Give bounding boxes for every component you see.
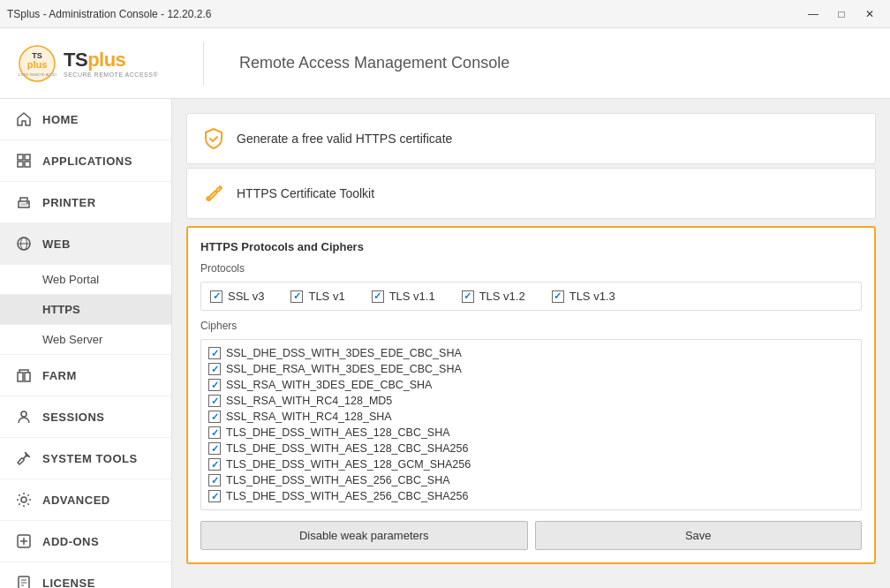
cipher-item-3[interactable]: SSL_RSA_WITH_3DES_EDE_CBC_SHA	[208, 377, 854, 393]
cipher-9-checkbox[interactable]	[208, 474, 221, 486]
sidebar-item-printer[interactable]: PRINTER	[0, 182, 171, 223]
ssl-v3-checkbox[interactable]	[210, 290, 222, 303]
tls-v11-label: TLS v1.1	[389, 290, 435, 303]
applications-icon	[14, 151, 34, 170]
protocol-tls-v11[interactable]: TLS v1.1	[372, 290, 435, 303]
content-area: Generate a free valid HTTPS certificate …	[172, 99, 890, 588]
home-icon	[14, 109, 34, 129]
tls-v12-label: TLS v1.2	[479, 290, 525, 303]
sidebar-label-applications: APPLICATIONS	[42, 155, 132, 168]
protocol-tls-v1[interactable]: TLS v1	[290, 290, 344, 303]
tls-v1-checkbox[interactable]	[290, 290, 303, 303]
cipher-10-checkbox[interactable]	[208, 490, 221, 502]
minimize-button[interactable]: —	[800, 4, 826, 24]
https-panel: HTTPS Protocols and Ciphers Protocols SS…	[186, 226, 876, 564]
ciphers-list[interactable]: SSL_DHE_DSS_WITH_3DES_EDE_CBC_SHA SSL_DH…	[201, 340, 861, 509]
cipher-item-4[interactable]: SSL_RSA_WITH_RC4_128_MD5	[208, 393, 854, 409]
logo-area: TS plus SECURE REMOTE ACCESS TS plus SEC…	[18, 44, 185, 83]
tsplus-logo-icon: TS plus SECURE REMOTE ACCESS	[18, 44, 57, 83]
sidebar-label-web-portal: Web Portal	[42, 273, 99, 286]
protocol-ssl-v3[interactable]: SSL v3	[210, 290, 264, 303]
logo-tagline: SECURE REMOTE ACCESS®	[64, 72, 158, 78]
advanced-icon	[14, 490, 34, 509]
cipher-10-label: TLS_DHE_DSS_WITH_AES_256_CBC_SHA256	[226, 490, 468, 502]
svg-text:plus: plus	[27, 59, 48, 70]
window-controls: — □ ✕	[800, 4, 883, 24]
tls-v13-checkbox[interactable]	[552, 290, 564, 303]
sidebar-item-applications[interactable]: APPLICATIONS	[0, 140, 171, 182]
header-divider	[203, 41, 204, 86]
cipher-7-checkbox[interactable]	[208, 442, 221, 455]
sidebar-item-home[interactable]: HOME	[0, 99, 171, 140]
shield-icon	[201, 126, 226, 151]
cipher-item-8[interactable]: TLS_DHE_DSS_WITH_AES_128_GCM_SHA256	[208, 456, 854, 472]
tls-v12-checkbox[interactable]	[462, 290, 474, 303]
cipher-1-label: SSL_DHE_DSS_WITH_3DES_EDE_CBC_SHA	[226, 347, 462, 359]
generate-cert-row[interactable]: Generate a free valid HTTPS certificate	[186, 113, 876, 164]
sidebar-label-https: HTTPS	[42, 303, 80, 316]
logo-ts: TS	[64, 49, 87, 72]
ciphers-container: SSL_DHE_DSS_WITH_3DES_EDE_CBC_SHA SSL_DH…	[200, 339, 862, 510]
sidebar-item-web[interactable]: WEB	[0, 223, 171, 265]
tls-v13-label: TLS v1.3	[569, 290, 615, 303]
cipher-item-10[interactable]: TLS_DHE_DSS_WITH_AES_256_CBC_SHA256	[208, 488, 854, 504]
sidebar-subitem-https[interactable]: HTTPS	[0, 295, 171, 325]
close-button[interactable]: ✕	[856, 4, 883, 24]
protocols-label: Protocols	[200, 262, 862, 275]
protocol-tls-v12[interactable]: TLS v1.2	[462, 290, 525, 303]
sidebar-item-advanced[interactable]: ADVANCED	[0, 479, 171, 521]
svg-rect-16	[25, 373, 30, 381]
maximize-button[interactable]: □	[828, 4, 855, 24]
addons-icon	[14, 531, 34, 551]
save-button[interactable]: Save	[535, 521, 863, 550]
svg-rect-15	[18, 373, 23, 381]
cipher-8-label: TLS_DHE_DSS_WITH_AES_128_GCM_SHA256	[226, 458, 471, 471]
cert-toolkit-row[interactable]: HTTPS Certificate Toolkit	[186, 168, 876, 219]
farm-icon	[14, 366, 34, 385]
cipher-5-label: SSL_RSA_WITH_RC4_128_SHA	[226, 411, 392, 423]
ciphers-label: Ciphers	[200, 320, 862, 332]
sidebar-label-sessions: SESSIONS	[42, 411, 104, 424]
cipher-item-1[interactable]: SSL_DHE_DSS_WITH_3DES_EDE_CBC_SHA	[208, 345, 854, 361]
window-title: TSplus - Administration Console - 12.20.…	[7, 8, 211, 20]
sidebar-item-farm[interactable]: FARM	[0, 355, 171, 396]
protocols-row: SSL v3 TLS v1 TLS v1.1 TLS v1.2 TLS v1.3	[200, 282, 862, 311]
cipher-1-checkbox[interactable]	[208, 347, 221, 359]
sidebar: HOME APPLICATIONS PRINTER WEB Web Portal…	[0, 99, 172, 588]
sidebar-item-add-ons[interactable]: ADD-ONS	[0, 521, 171, 562]
svg-text:SECURE REMOTE ACCESS: SECURE REMOTE ACCESS	[18, 72, 57, 77]
cipher-4-label: SSL_RSA_WITH_RC4_128_MD5	[226, 395, 392, 407]
main-layout: HOME APPLICATIONS PRINTER WEB Web Portal…	[0, 99, 890, 588]
cipher-3-label: SSL_RSA_WITH_3DES_EDE_CBC_SHA	[226, 379, 432, 391]
cipher-8-checkbox[interactable]	[208, 458, 221, 471]
tls-v11-checkbox[interactable]	[372, 290, 384, 303]
sidebar-label-add-ons: ADD-ONS	[42, 535, 99, 548]
sidebar-item-system-tools[interactable]: SYSTEM TOOLS	[0, 438, 171, 479]
sidebar-item-sessions[interactable]: SESSIONS	[0, 396, 171, 438]
cipher-4-checkbox[interactable]	[208, 395, 221, 407]
cipher-item-2[interactable]: SSL_DHE_RSA_WITH_3DES_EDE_CBC_SHA	[208, 361, 854, 377]
cipher-6-checkbox[interactable]	[208, 426, 221, 439]
svg-point-17	[21, 411, 26, 417]
sidebar-label-system-tools: SYSTEM TOOLS	[42, 452, 138, 465]
cipher-6-label: TLS_DHE_DSS_WITH_AES_128_CBC_SHA	[226, 426, 450, 439]
cipher-item-9[interactable]: TLS_DHE_DSS_WITH_AES_256_CBC_SHA	[208, 472, 854, 488]
disable-weak-button[interactable]: Disable weak parameters	[200, 521, 528, 550]
sidebar-label-web: WEB	[42, 237, 71, 251]
license-icon	[14, 573, 34, 588]
cipher-2-label: SSL_DHE_RSA_WITH_3DES_EDE_CBC_SHA	[226, 363, 462, 375]
cipher-3-checkbox[interactable]	[208, 379, 221, 391]
cipher-5-checkbox[interactable]	[208, 411, 221, 423]
sidebar-subitem-web-server[interactable]: Web Server	[0, 325, 171, 355]
cipher-item-6[interactable]: TLS_DHE_DSS_WITH_AES_128_CBC_SHA	[208, 425, 854, 441]
cipher-2-checkbox[interactable]	[208, 363, 221, 375]
sidebar-subitem-web-portal[interactable]: Web Portal	[0, 265, 171, 295]
cipher-item-7[interactable]: TLS_DHE_DSS_WITH_AES_128_CBC_SHA256	[208, 441, 854, 456]
svg-rect-8	[25, 162, 30, 167]
sessions-icon	[14, 407, 34, 426]
cipher-item-5[interactable]: SSL_RSA_WITH_RC4_128_SHA	[208, 409, 854, 425]
sidebar-item-license[interactable]: LICENSE	[0, 562, 171, 588]
tls-v1-label: TLS v1	[308, 290, 344, 303]
action-row: Disable weak parameters Save	[200, 521, 862, 550]
protocol-tls-v13[interactable]: TLS v1.3	[552, 290, 615, 303]
